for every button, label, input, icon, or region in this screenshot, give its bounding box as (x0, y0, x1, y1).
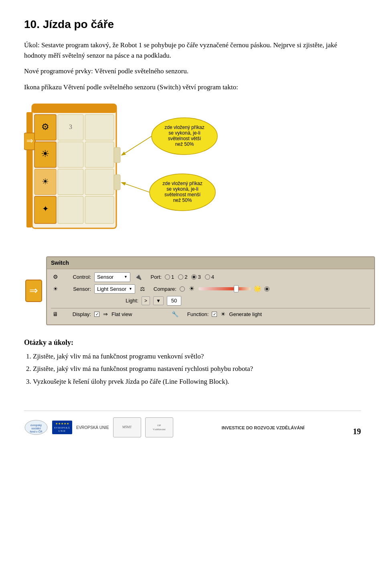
questions-heading: Otázky a úkoly: (24, 337, 361, 348)
generate-light-checkbox[interactable]: ☀ Generate light (212, 310, 262, 319)
svg-text:✦: ✦ (42, 204, 49, 213)
radio-2[interactable] (178, 274, 183, 280)
light-slider[interactable] (199, 287, 251, 290)
svg-text:sociální: sociální (31, 427, 41, 430)
light-sensor-dropdown[interactable]: Light Sensor (94, 284, 135, 294)
function-icon: 🔧 (170, 310, 179, 319)
flat-view-icon: ⇒ (101, 310, 110, 319)
switch-nav-icon: ⇒ (25, 280, 42, 302)
svg-text:světelnost menší: světelnost menší (164, 192, 201, 197)
compare-radio-right[interactable] (264, 286, 270, 292)
port-1[interactable]: 1 (165, 273, 174, 281)
svg-rect-9 (85, 115, 114, 140)
port-label: Port: (146, 273, 162, 281)
display-label: Display: (63, 310, 91, 318)
display-icon: 🖥 (51, 310, 60, 319)
sun-small-icon: ☀ (187, 284, 196, 293)
radio-3[interactable] (191, 274, 197, 280)
svg-rect-18 (85, 169, 114, 195)
compare-radio-left[interactable] (180, 286, 185, 292)
intro-paragraph-1: Úkol: Sestavte program takový, že Robot … (24, 40, 361, 60)
function-label: Function: (182, 310, 209, 318)
radio-1[interactable] (165, 274, 170, 280)
svg-text:než 50%: než 50% (173, 197, 192, 203)
svg-text:3: 3 (69, 123, 72, 130)
svg-text:zde vložený příkaz: zde vložený příkaz (162, 181, 202, 186)
svg-text:☀: ☀ (42, 177, 49, 186)
sun-large-icon: 🌟 (253, 284, 262, 293)
page-title: 10. Jízda po čáře (24, 16, 361, 33)
radio-4[interactable] (205, 274, 210, 280)
flat-view-label: Flat view (111, 310, 132, 318)
compare-slider-group: ☀ 🌟 (180, 284, 270, 293)
question-3: Vyzkoušejte k řešení úlohy prvek Jízda p… (33, 377, 361, 387)
question-1: Zjistěte, jaký vliv má na funkčnost prog… (33, 351, 361, 362)
footer: evropský sociální fond v ČR ★★★★★ EVROPS… (24, 411, 361, 437)
footer-logos: evropský sociální fond v ČR ★★★★★ EVROPS… (24, 417, 173, 437)
port-icon: 🔌 (134, 273, 142, 282)
svg-text:fond v ČR: fond v ČR (30, 430, 42, 433)
port-4[interactable]: 4 (205, 273, 214, 281)
svg-text:⚙: ⚙ (41, 122, 49, 132)
panel-row-control: ⚙ Control: Sensor 🔌 Port: 1 2 (51, 272, 370, 282)
svg-rect-19 (114, 175, 120, 190)
svg-rect-22 (58, 196, 83, 224)
svg-rect-1 (32, 104, 116, 113)
esf-emblem: evropský sociální fond v ČR (24, 419, 48, 435)
panel-divider (51, 308, 370, 308)
svg-text:☀: ☀ (41, 149, 50, 159)
switch-diagram: ⇒ ⚙ 3 ☀ ☀ ✦ zde vložený příkaz se vykoná… (24, 100, 361, 248)
svg-text:než 50%: než 50% (175, 141, 194, 147)
control-label: Control: (63, 273, 91, 281)
svg-text:světelnost větší: světelnost větší (168, 136, 201, 141)
svg-line-29 (122, 136, 152, 155)
svg-text:evropský: evropský (30, 424, 42, 427)
svg-rect-17 (58, 169, 83, 195)
control-icon: ⚙ (51, 273, 60, 282)
switch-panel: Switch ⚙ Control: Sensor 🔌 Port: 1 (46, 256, 375, 325)
svg-text:se vykoná, je-li: se vykoná, je-li (166, 186, 198, 192)
intro-paragraph-2: Nové programové prvky: Větvení podle svě… (24, 66, 361, 77)
intro-paragraph-3: Ikona příkazu Větvení podle světelného s… (24, 82, 361, 93)
op-label: OPVzdělávání (153, 423, 166, 432)
switch-panel-title: Switch (47, 257, 374, 269)
panel-row-light: Light: > ▼ 50 (51, 296, 370, 306)
eu-label: EVROPSKÁ UNIE (76, 425, 109, 431)
operator-btn[interactable]: > (142, 296, 150, 305)
sensor-sun-icon: ☀ (51, 284, 60, 293)
svg-text:⇒: ⇒ (26, 136, 33, 145)
svg-line-35 (122, 183, 150, 192)
port-3[interactable]: 3 (191, 273, 201, 281)
light-label: Light: (118, 297, 138, 305)
esf-logo: evropský sociální fond v ČR (24, 419, 48, 435)
op-logo: OPVzdělávání (145, 417, 173, 437)
slider-thumb[interactable] (234, 285, 239, 292)
ministry-label: MŠMT (122, 425, 132, 430)
generate-light-label: Generate light (229, 310, 262, 318)
questions-list: Zjistěte, jaký vliv má na funkčnost prog… (33, 351, 361, 387)
port-radio-group: 1 2 3 4 (165, 273, 214, 281)
flat-view-checkbox[interactable]: ⇒ Flat view (94, 310, 132, 319)
light-value-input[interactable]: 50 (167, 296, 181, 306)
operator-arrow-btn[interactable]: ▼ (153, 296, 164, 305)
svg-rect-13 (85, 142, 114, 167)
sensor-label: Sensor: (63, 285, 91, 293)
investice-text-container: INVESTICE DO ROZVOJE VZDĚLÁVÁNÍ (173, 422, 353, 433)
svg-rect-2 (26, 112, 32, 228)
svg-text:zde vložený příkaz: zde vložený příkaz (164, 125, 204, 130)
compare-label: Compare: (150, 285, 176, 293)
flat-view-check[interactable] (94, 312, 99, 317)
svg-rect-12 (58, 142, 83, 167)
question-2: Zjistěte, jaký vliv má na funkčnost prog… (33, 364, 361, 374)
investice-text: INVESTICE DO ROZVOJE VZDĚLÁVÁNÍ (222, 425, 305, 430)
panel-row-display: 🖥 Display: ⇒ Flat view 🔧 Function: ☀ Gen… (51, 310, 370, 319)
eu-flag: ★★★★★ EVROPSKÁUNIE (52, 421, 72, 434)
svg-rect-23 (85, 196, 114, 224)
generate-light-check[interactable] (212, 312, 217, 317)
svg-rect-14 (114, 147, 120, 163)
compare-icon: ⚖ (138, 284, 147, 293)
svg-text:se vykoná, je-li: se vykoná, je-li (168, 130, 200, 136)
port-2[interactable]: 2 (178, 273, 187, 281)
sensor-dropdown[interactable]: Sensor (94, 272, 130, 282)
panel-row-sensor: ☀ Sensor: Light Sensor ⚖ Compare: ☀ 🌟 (51, 284, 370, 294)
